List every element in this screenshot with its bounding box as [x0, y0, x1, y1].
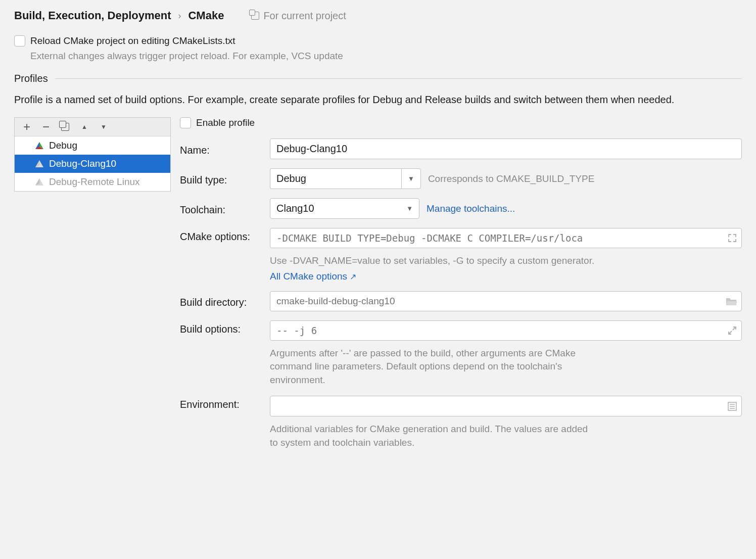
expand-icon[interactable] [728, 326, 737, 335]
environment-input[interactable] [270, 396, 742, 416]
build-type-dropdown-button[interactable]: ▼ [401, 168, 421, 189]
build-directory-input[interactable] [270, 291, 742, 311]
toolchain-label: Toolchain: [180, 201, 270, 216]
profiles-title: Profiles [14, 73, 48, 84]
cmake-options-input[interactable] [270, 228, 742, 248]
name-input[interactable] [270, 138, 742, 159]
add-profile-button[interactable] [22, 122, 32, 132]
environment-hint: Additional variables for CMake generatio… [270, 423, 593, 449]
profiles-section-header: Profiles [14, 73, 742, 84]
cmake-icon [35, 178, 44, 186]
profile-item-debug-clang10[interactable]: Debug-Clang10 [15, 155, 170, 173]
all-cmake-options-link[interactable]: All CMake options [270, 271, 356, 282]
breadcrumb-separator: › [178, 11, 181, 21]
profile-list: Debug Debug-Clang10 Debug-Remote Linux [15, 136, 170, 191]
profiles-description: Profile is a named set of build options.… [14, 92, 742, 107]
breadcrumb: Build, Execution, Deployment › CMake For… [14, 9, 742, 22]
profile-item-label: Debug [49, 140, 77, 151]
reload-cmake-hint: External changes always trigger project … [30, 51, 742, 62]
profile-item-debug-remote-linux[interactable]: Debug-Remote Linux [15, 173, 170, 191]
cmake-icon [35, 142, 44, 150]
build-type-select[interactable]: Debug ▼ [270, 168, 421, 189]
profile-item-debug[interactable]: Debug [15, 136, 170, 155]
profile-form: Enable profile Name: Build type: Debug ▼… [180, 117, 742, 459]
reload-cmake-label: Reload CMake project on editing CMakeLis… [30, 35, 235, 46]
breadcrumb-current: CMake [188, 9, 224, 22]
profile-item-label: Debug-Clang10 [49, 158, 116, 169]
build-type-label: Build type: [180, 171, 270, 186]
toolchain-select[interactable]: Clang10 ▼ [270, 198, 419, 219]
build-options-hint: Arguments after '--' are passed to the b… [270, 347, 583, 387]
build-directory-label: Build directory: [180, 294, 270, 308]
project-scope-label: For current project [251, 10, 346, 22]
cmake-icon [35, 160, 44, 168]
profile-panel: Debug Debug-Clang10 Debug-Remote Linux [14, 117, 171, 192]
move-up-button[interactable] [79, 122, 89, 132]
reload-cmake-checkbox[interactable] [14, 35, 25, 46]
toolchain-value: Clang10 [276, 203, 314, 214]
cmake-options-label: CMake options: [180, 228, 270, 243]
list-icon[interactable] [728, 402, 737, 411]
enable-profile-checkbox[interactable] [180, 117, 191, 128]
breadcrumb-parent[interactable]: Build, Execution, Deployment [14, 9, 171, 22]
manage-toolchains-link[interactable]: Manage toolchains... [427, 203, 515, 214]
build-options-input[interactable] [270, 320, 742, 341]
build-type-value: Debug [270, 168, 401, 189]
duplicate-icon [61, 123, 69, 131]
build-type-hint: Corresponds to CMAKE_BUILD_TYPE [428, 173, 594, 184]
divider-line [55, 78, 742, 79]
profile-item-label: Debug-Remote Linux [49, 176, 140, 188]
remove-profile-button[interactable] [41, 122, 51, 132]
cmake-options-hint: Use -DVAR_NAME=value to set variables, -… [270, 254, 742, 268]
move-down-button[interactable] [99, 122, 109, 132]
duplicate-profile-button[interactable] [60, 122, 70, 132]
profile-toolbar [15, 118, 170, 136]
chevron-down-icon: ▼ [406, 205, 413, 212]
expand-icon[interactable] [728, 234, 737, 243]
folder-icon[interactable] [726, 297, 737, 306]
scope-text: For current project [263, 10, 346, 22]
build-options-label: Build options: [180, 320, 270, 335]
chevron-down-icon: ▼ [408, 175, 414, 182]
enable-profile-label: Enable profile [196, 117, 255, 128]
name-label: Name: [180, 142, 270, 156]
environment-label: Environment: [180, 396, 270, 410]
project-scope-icon [251, 12, 259, 20]
